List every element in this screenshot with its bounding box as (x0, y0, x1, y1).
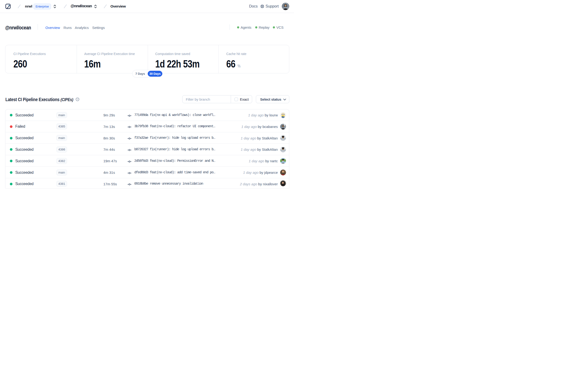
svg-text:?: ? (77, 98, 78, 101)
